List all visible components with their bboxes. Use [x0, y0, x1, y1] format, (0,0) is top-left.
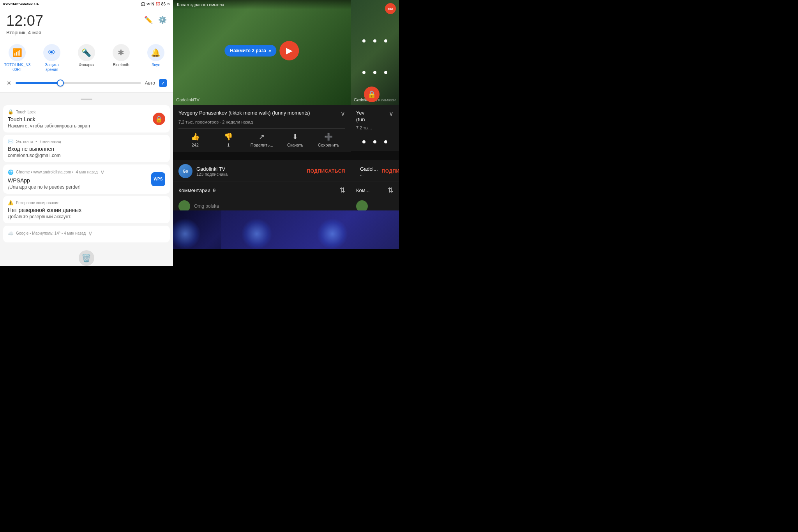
alarm-icon: ⏰: [155, 2, 160, 6]
video-title-row-right: Yev(fun ∨: [356, 110, 394, 123]
wps-app-icon: WPS: [151, 172, 165, 186]
wifi-label: TOTOLINK_N300RT: [4, 63, 30, 72]
brightness-low-icon: ☀: [6, 80, 12, 87]
sort-icon-right[interactable]: ⇅: [388, 186, 394, 194]
video-expand-icon-right[interactable]: ∨: [389, 110, 394, 117]
clock-date: Вторник, 4 мая: [6, 30, 43, 35]
eyeprotect-icon-wrap: 👁: [43, 44, 60, 61]
tile-eyeprotect[interactable]: 👁 Защитазрения: [36, 44, 67, 72]
dot-6: [384, 71, 387, 74]
dot-2: [373, 39, 376, 42]
touchlock-notification[interactable]: 🔒 Touch Lock Touch Lock Нажмите, чтобы з…: [3, 105, 170, 133]
bluetooth-icon: ✱: [118, 48, 124, 57]
chrome-notification[interactable]: 🌐 Chrome • www.androidlista.com • 4 мин …: [3, 164, 170, 194]
battery-icon: 86: [161, 2, 166, 6]
video-thumbnail-main[interactable]: Канал здравого смысла Нажмите 2 раза » ▶…: [173, 0, 351, 105]
subscribe-button[interactable]: ПОДПИСАТЬСЯ: [307, 168, 345, 174]
email-body: comelonruso@gmail.com: [8, 153, 165, 158]
share-icon: ↗: [259, 133, 265, 141]
bottom-video-left[interactable]: УРОВЕНЬ: [173, 210, 221, 249]
settings-icon[interactable]: ⚙️: [158, 16, 167, 24]
sound-icon-wrap: 🔔: [147, 44, 164, 61]
channel-name: Gadolinki TV: [196, 166, 303, 172]
wpsapp-body: ¡Una app que no te puedes perder!: [8, 184, 165, 190]
email-app-name: Эл. почта: [16, 140, 33, 144]
notif-header-google: ☁️ Google • Мариуполь: 14° • 4 мин назад…: [8, 230, 165, 237]
brightness-slider[interactable]: [16, 82, 141, 84]
tap-twice-button[interactable]: Нажмите 2 раза »: [224, 45, 276, 57]
tile-sound[interactable]: 🔔 Звук: [140, 44, 171, 67]
wpsapp-title: WPSApp: [8, 177, 165, 184]
eye-icon: 👁: [147, 2, 150, 6]
like-button[interactable]: 👍 242: [178, 133, 212, 147]
brightness-row: ☀ Авто ✓: [0, 76, 173, 93]
video-expand-icon[interactable]: ∨: [341, 110, 345, 117]
touchlock-app-name: Touch Lock: [16, 110, 36, 114]
sort-icon[interactable]: ⇅: [339, 186, 345, 194]
tap-twice-label: Нажмите 2 раза: [230, 48, 266, 53]
trash-icon-wrap: 🗑️: [79, 250, 94, 266]
tile-wifi[interactable]: 📶 TOTOLINK_N300RT: [2, 44, 33, 72]
kinemaster-logo: KM: [385, 3, 396, 14]
dislike-icon: 👎: [224, 133, 233, 141]
video-time-ago: 2 недели назад: [222, 120, 253, 124]
video-title-right: Yev(fun: [356, 110, 389, 123]
carrier-name: KYIVSTAR: [3, 2, 19, 6]
download-icon: ⬇: [292, 133, 298, 141]
dot-e1: [362, 140, 365, 143]
dot-5: [373, 71, 376, 74]
channel-avatar: Go: [178, 164, 192, 178]
carrier-info: KYIVSTAR Vodafone UA: [3, 2, 39, 6]
tile-bluetooth[interactable]: ✱ Bluetooth: [106, 44, 137, 67]
subscribe-button-right[interactable]: ПОДПИСАТЬСЯ: [382, 168, 399, 174]
manage-notifications-button[interactable]: 🗑️ Управление уведомлениями: [55, 250, 117, 266]
wifi-icon: 📶: [12, 48, 22, 57]
google-expand-icon: ∨: [88, 230, 93, 237]
dislike-button[interactable]: 👎 1: [212, 133, 245, 147]
clock-actions: ✏️ ⚙️: [144, 13, 167, 24]
save-button[interactable]: ➕ Сохранить: [312, 133, 345, 147]
backup-notification[interactable]: ⚠️ Резервное копирование Нет резервной к…: [3, 196, 170, 223]
email-notification[interactable]: ✉️ Эл. почта • 7 мин назад Вход не выпол…: [3, 135, 170, 162]
video-actions: 👍 242 👎 1 ↗ Поделить... ⬇ Скачать ➕ Сохр…: [178, 128, 345, 147]
download-label: Скачать: [287, 143, 303, 147]
dots-row-bottom: [351, 63, 399, 82]
play-button[interactable]: ▶: [280, 41, 299, 60]
share-button[interactable]: ↗ Поделить...: [245, 133, 279, 147]
comments-row: Комментарии 9 ⇅: [173, 182, 351, 198]
divider-indicator: [81, 99, 92, 100]
flashlight-label: Фонарик: [79, 63, 94, 67]
clock-area: 12:07 Вторник, 4 мая ✏️ ⚙️: [0, 8, 173, 39]
brightness-thumb: [57, 80, 64, 87]
sound-icon: 🔔: [151, 48, 161, 57]
video-thumbnail-secondary[interactable]: KM Recorded by KineMaster GadolinkiTV 🔒: [351, 0, 399, 105]
channel-name-right: Gadol...: [360, 166, 378, 172]
video-title: Yevgeny Ponasenkov (tiktok meme walk) (f…: [178, 110, 341, 117]
brightness-checkbox[interactable]: ✓: [159, 79, 167, 87]
brain-glow-center-right: [317, 218, 348, 249]
backup-title: Нет резервной копии данных: [8, 207, 165, 213]
clock-time: 12:07: [6, 13, 43, 28]
eyeprotect-label: Защитазрения: [45, 63, 58, 72]
channel-info-right: Gadol... ...: [360, 166, 378, 177]
email-time: •: [35, 140, 37, 144]
comments-label: Комментарии: [178, 187, 210, 193]
network-name: Vodafone UA: [19, 2, 39, 6]
lock-overlay-secondary: 🔒: [364, 87, 380, 102]
play-overlay: Нажмите 2 раза » ▶: [224, 41, 299, 60]
google-app-name: Google • Мариуполь: 14° • 4 мин назад: [16, 231, 86, 235]
clock-display: 12:07 Вторник, 4 мая: [6, 13, 43, 35]
like-count: 242: [192, 143, 199, 147]
google-notification[interactable]: ☁️ Google • Мариуполь: 14° • 4 мин назад…: [3, 226, 170, 242]
download-button[interactable]: ⬇ Скачать: [279, 133, 312, 147]
edit-icon[interactable]: ✏️: [144, 16, 153, 24]
bottom-video-center[interactable]: УРОВЕНЬ: [221, 210, 399, 249]
commenter-name: Omg polska: [194, 203, 219, 209]
tile-flashlight[interactable]: 🔦 Фонарик: [71, 44, 102, 67]
dot-e3: [384, 140, 387, 143]
notification-panel: KYIVSTAR Vodafone UA 🎧 👁 N ⏰ 86 % 12:07 …: [0, 0, 173, 266]
warning-icon: ⚠️: [8, 200, 14, 205]
play-icon: ▶: [286, 46, 293, 56]
dislike-count: 1: [227, 143, 230, 147]
touchlock-title: Touch Lock: [8, 116, 165, 122]
